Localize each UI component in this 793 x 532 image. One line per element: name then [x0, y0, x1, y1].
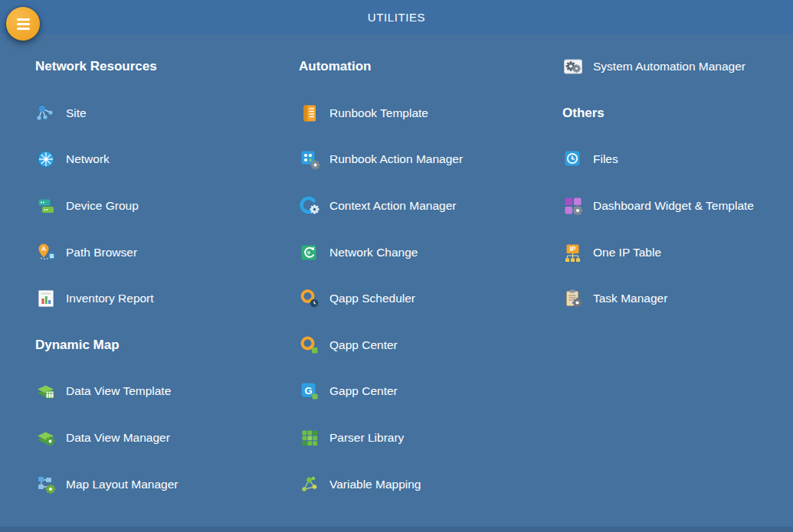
network-icon [35, 149, 57, 170]
utility-item-data-view-manager[interactable]: Data View Manager [35, 415, 299, 462]
utility-item-label: Inventory Report [66, 292, 154, 305]
utility-item-network[interactable]: Network [35, 136, 299, 183]
utility-item-data-view-template[interactable]: Data View Template [35, 368, 299, 415]
section-header-automation: Automation [299, 44, 562, 90]
utility-item-label: Variable Mapping [329, 478, 421, 491]
utility-item-label: One IP Table [593, 246, 661, 259]
utility-item-label: Site [66, 106, 87, 120]
qapp-scheduler-icon [299, 288, 320, 309]
svg-text:B: B [50, 253, 54, 259]
gapp-center-icon: G [299, 380, 320, 402]
context-action-manager-icon [299, 195, 320, 217]
utility-item-task-manager[interactable]: Task Manager [562, 276, 793, 322]
utility-item-label: Context Action Manager [329, 199, 456, 213]
utility-item-label: Dashboard Widget & Template [593, 199, 754, 213]
section-header-label: Network Resources [35, 59, 157, 74]
utilities-screen: UTILITIES Network ResourcesSiteNetworkDe… [0, 0, 793, 532]
utility-item-map-layout-manager[interactable]: Map Layout Manager [35, 461, 299, 508]
network-change-icon [299, 242, 320, 263]
data-view-template-icon [35, 380, 57, 402]
utilities-column-1: Network ResourcesSiteNetworkDevice Group… [35, 44, 299, 508]
site-icon [35, 103, 57, 124]
path-browser-icon: AB [35, 242, 57, 263]
utility-item-one-ip-table[interactable]: IPOne IP Table [562, 229, 793, 276]
hamburger-icon [17, 18, 30, 30]
utility-item-label: Qapp Scheduler [329, 292, 415, 305]
section-header-network-resources: Network Resources [35, 44, 299, 90]
svg-text:IP: IP [569, 245, 575, 253]
dashboard-widget-template-icon [562, 195, 584, 217]
utility-item-label: Task Manager [593, 292, 667, 305]
map-layout-manager-icon [35, 474, 57, 495]
utility-item-label: Files [593, 152, 618, 166]
inventory-report-icon [35, 288, 57, 309]
utility-item-label: Runbook Template [329, 106, 428, 120]
variable-mapping-icon [299, 474, 320, 495]
utility-item-device-group[interactable]: Device Group [35, 183, 299, 230]
section-header-dynamic-map: Dynamic Map [35, 322, 299, 369]
utility-item-label: Data View Manager [66, 431, 170, 445]
task-manager-icon [562, 288, 584, 309]
utility-item-label: Data View Template [66, 384, 171, 398]
section-header-label: Others [562, 106, 605, 121]
utility-item-label: Network [66, 152, 110, 166]
utility-item-network-change[interactable]: Network Change [299, 229, 562, 276]
files-icon [562, 149, 584, 170]
system-automation-manager-icon [562, 56, 584, 77]
utility-item-runbook-action-manager[interactable]: Runbook Action Manager [299, 136, 562, 183]
utility-item-dashboard-widget-template[interactable]: Dashboard Widget & Template [562, 183, 793, 230]
utilities-column-2: AutomationRunbook TemplateRunbook Action… [299, 44, 562, 508]
utility-item-label: Gapp Center [329, 384, 398, 398]
utility-item-parser-library[interactable]: Parser Library [299, 415, 562, 462]
utility-item-gapp-center[interactable]: GGapp Center [299, 368, 562, 415]
utility-item-label: Runbook Action Manager [329, 152, 463, 166]
section-header-others: Others [562, 90, 793, 137]
utility-item-inventory-report[interactable]: Inventory Report [35, 276, 299, 322]
utility-item-label: Qapp Center [329, 338, 398, 352]
utility-item-label: Map Layout Manager [66, 478, 178, 491]
svg-text:A: A [41, 245, 46, 253]
utility-item-files[interactable]: Files [562, 136, 793, 183]
one-ip-table-icon: IP [562, 242, 584, 263]
section-header-label: Dynamic Map [35, 338, 120, 353]
bottom-edge [0, 527, 793, 532]
utilities-grid: Network ResourcesSiteNetworkDevice Group… [35, 44, 793, 508]
runbook-action-manager-icon [299, 149, 320, 170]
utilities-column-3: System Automation ManagerOthersFilesDash… [562, 44, 793, 508]
utility-item-site[interactable]: Site [35, 90, 299, 137]
utility-item-path-browser[interactable]: ABPath Browser [35, 229, 299, 276]
utility-item-system-automation-manager[interactable]: System Automation Manager [562, 44, 793, 90]
utility-item-runbook-template[interactable]: Runbook Template [299, 90, 562, 137]
utility-item-label: Network Change [329, 246, 418, 259]
utility-item-qapp-scheduler[interactable]: Qapp Scheduler [299, 276, 562, 322]
utility-item-label: Device Group [66, 199, 139, 213]
utility-item-variable-mapping[interactable]: Variable Mapping [299, 461, 562, 508]
utility-item-label: Path Browser [66, 246, 137, 259]
utility-item-context-action-manager[interactable]: Context Action Manager [299, 183, 562, 230]
utility-item-label: Parser Library [329, 431, 404, 445]
top-bar: UTILITIES [0, 0, 793, 34]
section-header-label: Automation [299, 59, 371, 74]
device-group-icon [35, 195, 57, 217]
menu-button[interactable] [6, 7, 40, 41]
parser-library-icon [299, 427, 320, 449]
utility-item-label: System Automation Manager [593, 60, 745, 73]
qapp-center-icon [299, 335, 320, 356]
page-title: UTILITIES [368, 11, 425, 24]
runbook-template-icon [299, 103, 320, 124]
svg-text:G: G [304, 385, 312, 397]
data-view-manager-icon [35, 427, 57, 449]
utility-item-qapp-center[interactable]: Qapp Center [299, 322, 562, 369]
